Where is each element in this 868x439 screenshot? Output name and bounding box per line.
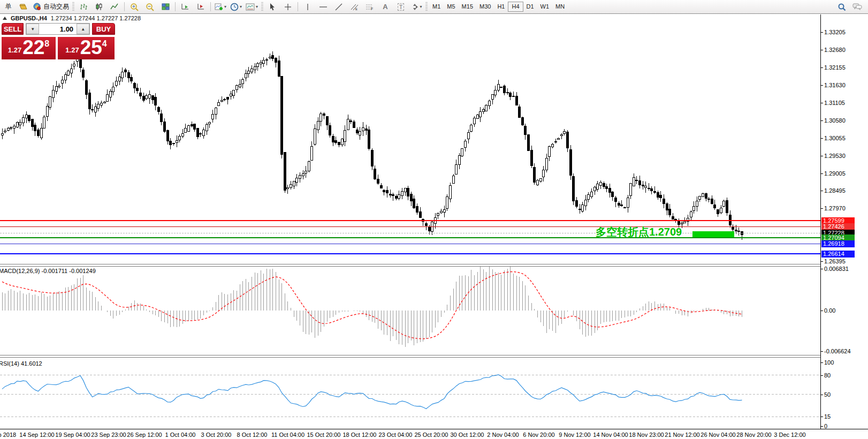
price-tick-label: 1.32680 <box>824 47 846 53</box>
annotation-highlight-box[interactable] <box>692 231 734 237</box>
line-chart-button[interactable] <box>107 1 122 13</box>
arrows-button[interactable]: ▾ <box>409 1 424 13</box>
horizontal-line-button[interactable] <box>316 1 331 13</box>
candle-body <box>389 194 391 195</box>
time-axis-label: 19 Sep 04:00 <box>54 432 92 438</box>
timeframe-w1[interactable]: W1 <box>537 2 553 12</box>
candle-body <box>131 78 133 81</box>
new-order-button[interactable]: 单 <box>0 1 15 13</box>
indicators-icon <box>215 3 223 11</box>
toolbar-grip[interactable] <box>261 2 263 11</box>
candle-body <box>732 227 734 229</box>
candle-body <box>133 84 135 88</box>
orders-history-button[interactable] <box>16 1 31 13</box>
candle-body <box>254 66 256 70</box>
cursor-button[interactable] <box>265 1 280 13</box>
macd-pane[interactable] <box>0 267 820 355</box>
candle-body <box>176 140 178 142</box>
toolbar-grip[interactable] <box>425 2 428 11</box>
candle-body <box>449 185 451 199</box>
periods-button[interactable]: ▾ <box>229 1 243 13</box>
text-button[interactable]: A <box>378 1 393 13</box>
candle-body <box>569 149 572 175</box>
timeframe-m15[interactable]: M15 <box>459 2 476 12</box>
zoom-out-button[interactable] <box>142 1 157 13</box>
tile-windows-button[interactable] <box>158 1 173 13</box>
equidistant-channel-button[interactable]: E <box>347 1 362 13</box>
candlestick-chart-button[interactable] <box>92 1 106 13</box>
price-tick-label: 1.26395 <box>824 258 846 264</box>
candle-body <box>248 71 250 74</box>
buy-button[interactable]: BUY <box>92 23 115 35</box>
price-line-label: 1.26614 <box>821 251 855 258</box>
candle-body <box>350 121 352 122</box>
sell-price-main: 22 <box>22 37 44 58</box>
chart-shift-icon <box>196 3 205 11</box>
fibonacci-button[interactable]: F <box>362 1 377 13</box>
time-axis-label: 15 Oct 20:00 <box>304 432 343 438</box>
search-button[interactable] <box>834 1 849 13</box>
indicators-button[interactable]: ▾ <box>213 1 228 13</box>
time-axis[interactable]: 4 Sep 201814 Sep 12:0019 Sep 04:0023 Sep… <box>0 429 868 439</box>
timeframe-h1[interactable]: H1 <box>494 2 508 12</box>
timeframe-mn[interactable]: MN <box>552 2 568 12</box>
price-tick-label: 1.27970 <box>824 205 846 211</box>
chart-shift-button[interactable] <box>193 1 208 13</box>
one-click-trading-panel: SELL ▼ 1.00 ▲ BUY 1.27 22 8 1.27 25 4 <box>2 23 115 59</box>
sell-button[interactable]: SELL <box>2 23 24 35</box>
volume-down-button[interactable]: ▼ <box>26 24 39 34</box>
pane-separator[interactable] <box>0 264 868 267</box>
timeframe-h4[interactable]: H4 <box>508 2 523 12</box>
candle-body <box>242 80 244 84</box>
rsi-scale-label: 100 <box>824 359 834 366</box>
volume-up-button[interactable]: ▲ <box>77 24 89 34</box>
symbol-period-label: GBPUSD-,H4 <box>11 15 47 21</box>
crosshair-button[interactable] <box>280 1 295 13</box>
volume-input[interactable]: 1.00 <box>39 24 77 34</box>
pane-separator[interactable] <box>0 355 868 358</box>
candle-body <box>530 150 532 166</box>
candle-body <box>37 130 39 136</box>
bar-chart-button[interactable] <box>76 1 91 13</box>
text-label-button[interactable]: T <box>393 1 408 13</box>
toolbar-grip[interactable] <box>72 2 74 11</box>
timeframe-d1[interactable]: D1 <box>523 2 537 12</box>
periods-clock-icon <box>230 3 239 11</box>
candle-body <box>416 206 418 212</box>
candle-body <box>699 196 701 200</box>
vertical-line-button[interactable] <box>300 1 315 13</box>
candle-body <box>515 96 517 105</box>
arrows-icon <box>411 3 419 11</box>
timeframe-group: M1M5M15M30H1H4D1W1MN <box>429 2 568 12</box>
rsi-pane[interactable] <box>0 358 820 429</box>
price-axis-tick <box>821 103 823 103</box>
price-axis-tick <box>821 67 823 68</box>
candle-body <box>34 125 36 131</box>
candle-body <box>528 134 530 150</box>
candle-body <box>642 185 644 186</box>
time-axis-label: 6 Nov 20:00 <box>520 432 558 438</box>
zoom-in-button[interactable] <box>127 1 142 13</box>
timeframe-m1[interactable]: M1 <box>429 2 444 12</box>
auto-scroll-button[interactable] <box>178 1 193 13</box>
candle-body <box>723 201 725 206</box>
timeframe-m30[interactable]: M30 <box>476 2 494 12</box>
autotrading-button[interactable]: 自动交易 <box>31 1 71 13</box>
main-price-pane[interactable] <box>0 14 820 264</box>
candle-body <box>708 199 710 199</box>
candle-body <box>606 187 608 188</box>
candle-body <box>461 148 463 156</box>
candle-body <box>347 119 349 130</box>
timeframe-m5[interactable]: M5 <box>444 2 458 12</box>
candle-body <box>702 194 704 197</box>
templates-button[interactable]: ▾ <box>244 1 260 13</box>
oneclick-collapse-arrow[interactable] <box>3 17 7 20</box>
chat-icon <box>852 3 862 11</box>
rsi-label-row: RSI(14) 41.6012 <box>0 360 42 367</box>
candle-body <box>660 195 662 198</box>
buy-price-display[interactable]: 1.27 25 4 <box>58 37 115 59</box>
chat-button[interactable] <box>850 1 865 13</box>
sell-price-display[interactable]: 1.27 22 8 <box>2 37 56 59</box>
trendline-button[interactable] <box>331 1 346 13</box>
price-axis[interactable]: 1.332051.326801.321551.316301.311051.305… <box>820 14 868 429</box>
